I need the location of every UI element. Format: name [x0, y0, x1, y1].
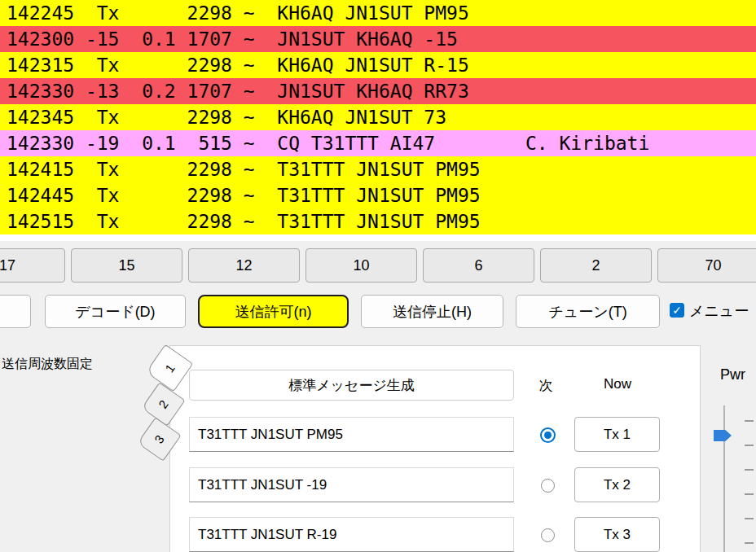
- pwr-slider-handle[interactable]: [714, 430, 732, 441]
- decode-row[interactable]: 142415 Tx 2298 ~ T31TTT JN1SUT PM95: [0, 156, 756, 182]
- slider-tick: [745, 469, 754, 471]
- decode-row[interactable]: 142300 -15 0.1 1707 ~ JN1SUT KH6AQ -15: [0, 26, 756, 52]
- next-column-header: 次: [531, 376, 560, 395]
- pwr-label: Pwr: [720, 366, 745, 383]
- slider-tick: [745, 445, 754, 446]
- tab-3-label: 3: [152, 432, 167, 446]
- partial-button[interactable]: [0, 295, 31, 328]
- wsjtx-main-window: 142245 Tx 2298 ~ KH6AQ JN1SUT PM95 14230…: [0, 0, 756, 552]
- decode-row[interactable]: 142315 Tx 2298 ~ KH6AQ JN1SUT R-15: [0, 52, 756, 78]
- decode-row[interactable]: 142330 -19 0.1 515 ~ CQ T31TTT AI47 C. K…: [0, 130, 756, 156]
- slider-tick: [745, 420, 754, 422]
- band-button-10[interactable]: 10: [305, 248, 417, 283]
- tab-1-label: 1: [162, 361, 178, 375]
- slider-tick: [745, 542, 754, 544]
- decode-row[interactable]: 142345 Tx 2298 ~ KH6AQ JN1SUT 73: [0, 104, 756, 130]
- slider-tick: [745, 518, 754, 519]
- decode-row[interactable]: 142330 -13 0.2 1707 ~ JN1SUT KH6AQ RR73: [0, 78, 756, 104]
- tx3-next-radio[interactable]: [541, 528, 555, 542]
- halt-tx-button[interactable]: 送信停止(H): [361, 295, 503, 328]
- tune-button[interactable]: チューン(T): [516, 295, 660, 328]
- decode-log: 142245 Tx 2298 ~ KH6AQ JN1SUT PM95 14230…: [0, 0, 756, 241]
- tx2-next-radio[interactable]: [541, 479, 555, 493]
- menus-checkbox[interactable]: ✓: [670, 303, 684, 318]
- band-button-6[interactable]: 6: [423, 248, 534, 283]
- band-button-2[interactable]: 2: [540, 248, 652, 283]
- band-button-70[interactable]: 70: [657, 248, 756, 283]
- tx1-next-radio[interactable]: [540, 427, 556, 443]
- tx1-now-button[interactable]: Tx 1: [574, 417, 660, 452]
- band-button-17[interactable]: 17: [0, 248, 65, 283]
- decode-button[interactable]: デコード(D): [45, 295, 186, 328]
- band-button-12[interactable]: 12: [188, 248, 300, 283]
- tab-2-label: 2: [156, 397, 171, 411]
- pwr-slider-track[interactable]: [723, 405, 725, 552]
- tx2-message-field[interactable]: T31TTT JN1SUT -19: [189, 467, 514, 502]
- tx1-message-field[interactable]: T31TTT JN1SUT PM95: [189, 417, 514, 452]
- tx2-now-button[interactable]: Tx 2: [574, 467, 660, 502]
- generate-std-msgs-button[interactable]: 標準メッセージ生成: [189, 370, 514, 401]
- band-button-15[interactable]: 15: [71, 248, 182, 283]
- decode-row[interactable]: 142515 Tx 2298 ~ T31TTT JN1SUT PM95: [0, 208, 756, 234]
- tx3-message-field[interactable]: T31TTT JN1SUT R-19: [189, 517, 514, 552]
- decode-row[interactable]: 142445 Tx 2298 ~ T31TTT JN1SUT PM95: [0, 182, 756, 208]
- decode-row[interactable]: 142245 Tx 2298 ~ KH6AQ JN1SUT PM95: [0, 0, 756, 26]
- tx3-now-button[interactable]: Tx 3: [574, 517, 660, 552]
- slider-tick: [745, 493, 754, 495]
- enable-tx-button[interactable]: 送信許可(n): [198, 295, 349, 328]
- check-icon: ✓: [672, 304, 682, 317]
- menus-checkbox-label: メニュー: [689, 295, 749, 327]
- hold-tx-freq-label: 送信周波数固定: [2, 356, 93, 373]
- now-column-header: Now: [585, 376, 650, 392]
